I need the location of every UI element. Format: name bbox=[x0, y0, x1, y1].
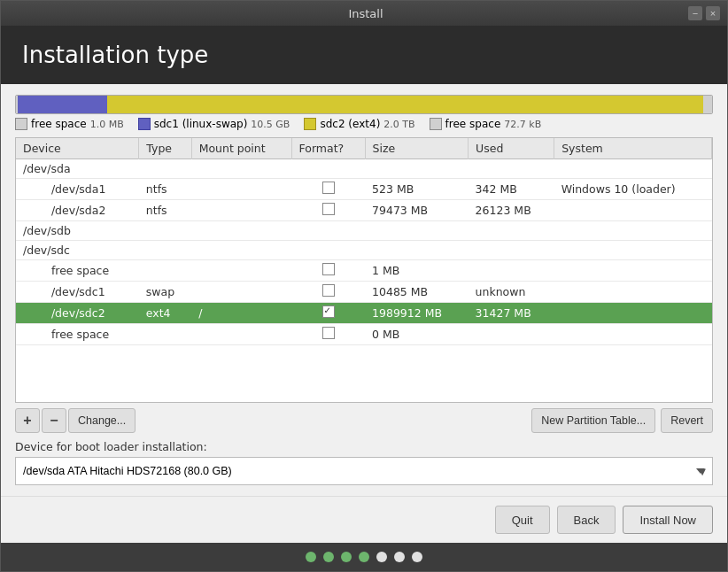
table-row[interactable]: /dev/sda bbox=[16, 159, 712, 179]
titlebar: Install − × bbox=[1, 1, 727, 26]
boot-loader-label: Device for boot loader installation: bbox=[15, 440, 713, 453]
add-partition-button[interactable]: + bbox=[15, 408, 40, 433]
table-row[interactable]: /dev/sdc2 ext4 / 1989912 MB 31427 MB bbox=[16, 303, 712, 324]
page-title: Installation type bbox=[22, 42, 208, 68]
boot-loader-select-wrapper: /dev/sda ATA Hitachi HDS72168 (80.0 GB) bbox=[15, 457, 713, 485]
mount-cell bbox=[191, 200, 291, 221]
format-cell bbox=[291, 282, 365, 303]
device-cell: /dev/sda bbox=[16, 159, 139, 179]
size-cell bbox=[365, 159, 469, 179]
dot-5 bbox=[376, 552, 387, 562]
col-mount: Mount point bbox=[191, 138, 291, 159]
close-button[interactable]: × bbox=[706, 6, 720, 20]
format-checkbox-empty bbox=[322, 203, 335, 215]
mount-cell: / bbox=[191, 303, 291, 324]
toolbar-left: + − Change... bbox=[15, 408, 136, 433]
minimize-button[interactable]: − bbox=[688, 6, 702, 20]
mount-cell bbox=[191, 324, 291, 345]
used-cell bbox=[469, 159, 554, 179]
partition-toolbar: + − Change... New Partition Table... Rev… bbox=[15, 408, 713, 433]
mount-cell bbox=[191, 221, 291, 241]
window-title: Install bbox=[43, 7, 688, 20]
legend-label-free2: free space bbox=[445, 118, 501, 130]
quit-button[interactable]: Quit bbox=[495, 506, 550, 534]
type-cell: ntfs bbox=[139, 200, 191, 221]
table-row[interactable]: free space 1 MB bbox=[16, 260, 712, 282]
format-cell bbox=[291, 324, 365, 345]
legend-label-ext4: sdc2 (ext4) bbox=[320, 118, 380, 130]
device-cell: free space bbox=[16, 260, 139, 282]
format-cell bbox=[291, 179, 365, 200]
format-checkbox-empty bbox=[322, 182, 335, 194]
dot-1 bbox=[306, 552, 316, 562]
used-cell bbox=[469, 260, 554, 282]
used-cell bbox=[469, 324, 554, 345]
boot-loader-select[interactable]: /dev/sda ATA Hitachi HDS72168 (80.0 GB) bbox=[15, 457, 713, 485]
system-cell bbox=[554, 324, 712, 345]
legend-label-swap: sdc1 (linux-swap) bbox=[154, 118, 248, 130]
partition-table-container: Device Type Mount point Format? Size Use… bbox=[15, 137, 713, 403]
segment-free2 bbox=[703, 96, 712, 113]
device-cell: /dev/sdc bbox=[16, 241, 139, 260]
dot-2 bbox=[323, 552, 334, 562]
format-cell bbox=[291, 200, 365, 221]
device-cell: /dev/sda1 bbox=[16, 179, 139, 200]
format-cell bbox=[291, 260, 365, 282]
table-row[interactable]: /dev/sda1 ntfs 523 MB 342 MB Windows 10 … bbox=[16, 179, 712, 200]
dot-3 bbox=[341, 552, 352, 562]
size-cell: 0 MB bbox=[365, 324, 469, 345]
progress-dots bbox=[1, 543, 727, 571]
page-header: Installation type bbox=[1, 26, 727, 84]
system-cell bbox=[554, 221, 712, 241]
dot-7 bbox=[412, 552, 422, 562]
type-cell bbox=[139, 221, 191, 241]
table-row[interactable]: /dev/sdb bbox=[16, 221, 712, 241]
footer: Quit Back Install Now bbox=[1, 496, 727, 543]
format-checkbox bbox=[322, 305, 335, 318]
legend-box-free2 bbox=[430, 118, 442, 130]
back-button[interactable]: Back bbox=[557, 506, 616, 534]
revert-button[interactable]: Revert bbox=[661, 408, 713, 433]
format-cell bbox=[291, 221, 365, 241]
system-cell bbox=[554, 241, 712, 260]
legend-box-swap bbox=[138, 118, 151, 130]
format-cell bbox=[291, 159, 365, 179]
table-header-row: Device Type Mount point Format? Size Use… bbox=[16, 138, 712, 159]
table-row[interactable]: free space 0 MB bbox=[16, 324, 712, 345]
table-row[interactable]: /dev/sda2 ntfs 79473 MB 26123 MB bbox=[16, 200, 712, 221]
table-row[interactable]: /dev/sdc bbox=[16, 241, 712, 260]
system-cell bbox=[554, 200, 712, 221]
legend-size-ext4: 2.0 TB bbox=[383, 119, 414, 130]
used-cell: 26123 MB bbox=[469, 200, 554, 221]
used-cell: 31427 MB bbox=[469, 303, 554, 324]
size-cell bbox=[365, 241, 469, 260]
mount-cell bbox=[191, 260, 291, 282]
legend-size-swap: 10.5 GB bbox=[251, 119, 290, 130]
legend-free2: free space 72.7 kB bbox=[430, 118, 542, 130]
mount-cell bbox=[191, 241, 291, 260]
table-row[interactable]: /dev/sdc1 swap 10485 MB unknown bbox=[16, 282, 712, 303]
format-cell bbox=[291, 303, 365, 324]
used-cell: unknown bbox=[469, 282, 554, 303]
dot-4 bbox=[359, 552, 369, 562]
change-partition-button[interactable]: Change... bbox=[68, 408, 136, 433]
legend-size-free1: 1.0 MB bbox=[90, 119, 124, 130]
system-cell: Windows 10 (loader) bbox=[554, 179, 712, 200]
toolbar-right: New Partition Table... Revert bbox=[531, 408, 713, 433]
remove-partition-button[interactable]: − bbox=[42, 408, 66, 433]
type-cell: ntfs bbox=[139, 179, 191, 200]
disk-bar-container: free space 1.0 MB sdc1 (linux-swap) 10.5… bbox=[15, 95, 713, 130]
segment-ext4 bbox=[107, 96, 703, 113]
used-cell: 342 MB bbox=[469, 179, 554, 200]
install-now-button[interactable]: Install Now bbox=[623, 506, 713, 534]
col-size: Size bbox=[365, 138, 469, 159]
boot-loader-section: Device for boot loader installation: /de… bbox=[15, 440, 713, 485]
disk-bar bbox=[15, 95, 713, 114]
system-cell bbox=[554, 159, 712, 179]
legend-swap: sdc1 (linux-swap) 10.5 GB bbox=[138, 118, 290, 130]
new-partition-table-button[interactable]: New Partition Table... bbox=[531, 408, 655, 433]
type-cell: swap bbox=[139, 282, 191, 303]
size-cell: 79473 MB bbox=[365, 200, 469, 221]
format-cell bbox=[291, 241, 365, 260]
mount-cell bbox=[191, 159, 291, 179]
